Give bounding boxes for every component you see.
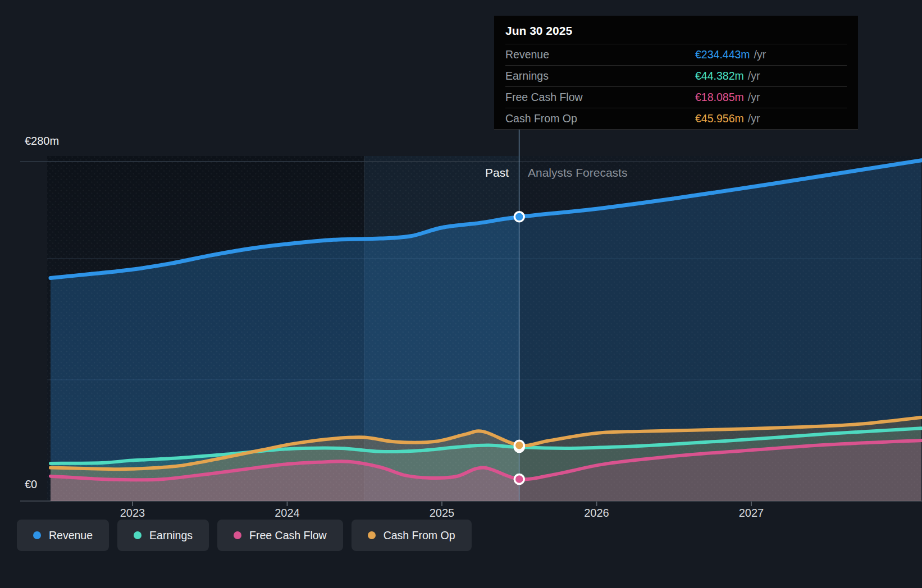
y-axis-zero-label: €0 bbox=[25, 478, 37, 491]
legend-item-free-cash-flow[interactable]: Free Cash Flow bbox=[217, 520, 343, 551]
tooltip-row-label: Earnings bbox=[505, 70, 695, 82]
tooltip-row-value: €18.085m bbox=[695, 91, 744, 104]
revenue-dot-icon bbox=[33, 531, 41, 539]
legend-item-cash-from-op[interactable]: Cash From Op bbox=[352, 520, 472, 551]
legend-item-label: Revenue bbox=[49, 529, 93, 542]
tooltip-row-suffix: /yr bbox=[748, 112, 760, 125]
tooltip-row-revenue: Revenue€234.443m/yr bbox=[505, 44, 847, 65]
analysts-forecasts-label: Analysts Forecasts bbox=[528, 166, 627, 180]
x-tick-label-2027: 2027 bbox=[726, 507, 777, 520]
tooltip-row-value: €44.382m bbox=[695, 70, 744, 82]
legend-item-revenue[interactable]: Revenue bbox=[17, 520, 109, 551]
x-tick-label-2025: 2025 bbox=[417, 507, 467, 520]
tooltip-row-label: Free Cash Flow bbox=[505, 91, 695, 104]
cash-from-op-marker[interactable] bbox=[514, 440, 524, 450]
chart-legend: RevenueEarningsFree Cash FlowCash From O… bbox=[17, 520, 472, 551]
tooltip-row-suffix: /yr bbox=[754, 48, 766, 61]
tooltip-row-value: €45.956m bbox=[695, 112, 744, 125]
x-tick-label-2024: 2024 bbox=[262, 507, 313, 520]
revenue-marker[interactable] bbox=[514, 212, 524, 222]
tooltip-row-suffix: /yr bbox=[748, 70, 760, 82]
legend-item-label: Cash From Op bbox=[384, 529, 455, 542]
legend-item-earnings[interactable]: Earnings bbox=[117, 520, 209, 551]
earnings-dot-icon bbox=[134, 531, 142, 539]
tooltip-row-free-cash-flow: Free Cash Flow€18.085m/yr bbox=[505, 86, 847, 108]
tooltip-row-label: Revenue bbox=[505, 48, 695, 61]
tooltip-row-cash-from-op: Cash From Op€45.956m/yr bbox=[505, 108, 847, 129]
chart-tooltip: Jun 30 2025 Revenue€234.443m/yrEarnings€… bbox=[494, 16, 858, 130]
series-fills bbox=[47, 156, 922, 501]
cash-from-op-dot-icon bbox=[368, 531, 376, 539]
past-label: Past bbox=[0, 166, 509, 180]
legend-item-label: Free Cash Flow bbox=[249, 529, 327, 542]
free-cash-flow-marker[interactable] bbox=[514, 474, 524, 484]
x-tick-label-2023: 2023 bbox=[107, 507, 158, 520]
tooltip-row-value: €234.443m bbox=[695, 48, 750, 61]
tooltip-row-suffix: /yr bbox=[748, 91, 760, 104]
tooltip-date: Jun 30 2025 bbox=[505, 16, 847, 44]
legend-item-label: Earnings bbox=[149, 529, 193, 542]
tooltip-rows: Revenue€234.443m/yrEarnings€44.382m/yrFr… bbox=[505, 44, 847, 129]
y-axis-top-label: €280m bbox=[25, 135, 59, 148]
chart-stage: €280m €0 Past Analysts Forecasts 2023202… bbox=[0, 0, 922, 588]
x-tick-label-2026: 2026 bbox=[572, 507, 622, 520]
tooltip-row-earnings: Earnings€44.382m/yr bbox=[505, 65, 847, 86]
tooltip-row-label: Cash From Op bbox=[505, 112, 695, 125]
free-cash-flow-dot-icon bbox=[234, 531, 241, 539]
